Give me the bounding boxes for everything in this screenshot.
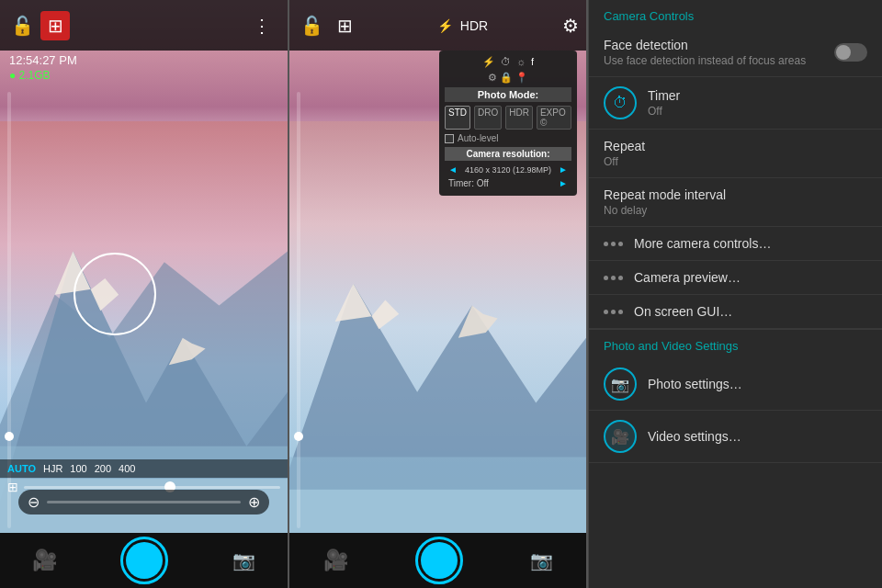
geo-mini-icon[interactable]: 📍 xyxy=(515,72,528,84)
mode-expo[interactable]: EXPO © xyxy=(537,106,571,130)
time-display: 12:54:27 PM xyxy=(9,53,77,67)
face-detection-text: Face detection Use face detection instea… xyxy=(604,38,823,67)
zoom-out-icon[interactable]: ⊖ xyxy=(28,493,40,511)
vertical-slider-thumb xyxy=(5,432,14,441)
zoom-slider[interactable] xyxy=(47,501,241,503)
timer-text: Timer Off xyxy=(648,88,867,118)
video-button-right[interactable]: 🎥 xyxy=(323,548,348,572)
flash-mode-icon[interactable]: ⚡ xyxy=(482,56,495,68)
settings-panel: Camera Controls Face detection Use face … xyxy=(588,0,882,588)
timer-value: Off xyxy=(648,105,867,118)
iso-hjr[interactable]: HJR xyxy=(43,463,62,474)
auto-level-checkbox[interactable] xyxy=(445,134,454,143)
capture-button[interactable] xyxy=(120,537,168,584)
timer-icon: ⏱ xyxy=(604,86,637,119)
dot1 xyxy=(604,242,608,246)
lock-icon-right: 🔓 xyxy=(297,11,326,40)
top-bar-right: 🔓 ⊞ ⚡ HDR ⚙ xyxy=(289,0,586,51)
left-phone-panel: 🔓 ⊞ ⋮ 12:54:27 PM ● 2.1GB AUTO HJR 100 2… xyxy=(0,0,289,588)
exposure-icon-red[interactable]: ⊞ xyxy=(40,11,70,40)
more-camera-label[interactable]: More camera controls… xyxy=(634,236,771,251)
face-detection-toggle[interactable] xyxy=(834,43,867,62)
iso-auto-label[interactable]: AUTO xyxy=(7,463,36,474)
top-icons-right: ⚡ HDR xyxy=(437,18,488,33)
zoom-in-icon[interactable]: ⊕ xyxy=(248,493,260,511)
dot9 xyxy=(618,310,623,314)
repeat-interval-value: No delay xyxy=(604,204,867,217)
photo-settings-item[interactable]: 📷 Photo settings… xyxy=(589,358,882,411)
photo-settings-label[interactable]: Photo settings… xyxy=(648,377,742,391)
resolution-row[interactable]: ◄ 4160 x 3120 (12.98MP) ► xyxy=(445,163,571,176)
mode-switch-button-right[interactable]: 📷 xyxy=(530,549,553,571)
dot3 xyxy=(618,242,623,246)
timer-arrow-icon: ► xyxy=(559,178,568,188)
dot6 xyxy=(618,276,623,280)
exposure-adjust-icon: ⊞ xyxy=(7,480,18,494)
iso-100[interactable]: 100 xyxy=(70,463,86,474)
photo-settings-icon: 📷 xyxy=(604,368,637,401)
lock-icon: 🔓 xyxy=(7,11,37,40)
mode-switch-button[interactable]: 📷 xyxy=(232,549,255,571)
exposure-slider[interactable] xyxy=(24,486,280,489)
video-settings-label[interactable]: Video settings… xyxy=(648,429,741,444)
dot7 xyxy=(604,310,608,314)
dropdown-header: Photo Mode: xyxy=(445,87,571,102)
exposure-icon-right[interactable]: ⊞ xyxy=(330,11,359,40)
more-options-icon[interactable]: ⋮ xyxy=(247,11,277,40)
bottom-bar-right: 🎥 📷 xyxy=(289,533,586,588)
resolution-header: Camera resolution: xyxy=(445,147,571,161)
repeat-text: Repeat Off xyxy=(604,139,867,168)
right-phone-panel: 🔓 ⊞ ⚡ HDR ⚙ ⚡ ⏱ ☼ f ⚙ 🔒 📍 Photo Mode: ST… xyxy=(289,0,588,588)
timer-item[interactable]: ⏱ Timer Off xyxy=(589,77,882,130)
mode-hdr[interactable]: HDR xyxy=(505,106,533,130)
focus-circle[interactable] xyxy=(74,253,156,335)
timer-row[interactable]: Timer: Off ► xyxy=(445,176,571,190)
mode-std[interactable]: STD xyxy=(445,106,470,130)
timer-title: Timer xyxy=(648,88,867,103)
iso-200[interactable]: 200 xyxy=(95,463,111,474)
face-detection-item[interactable]: Face detection Use face detection instea… xyxy=(589,28,882,77)
gear-settings-icon[interactable]: ⚙ xyxy=(562,15,579,37)
dot5 xyxy=(611,276,616,280)
video-settings-item[interactable]: 🎥 Video settings… xyxy=(589,411,882,463)
zoom-bar[interactable]: ⊖ ⊕ xyxy=(18,490,269,514)
arrow-right-icon: ► xyxy=(559,164,568,175)
repeat-item[interactable]: Repeat Off xyxy=(589,130,882,178)
resolution-value: 4160 x 3120 (12.98MP) xyxy=(465,165,551,175)
vertical-slider-right[interactable] xyxy=(297,92,300,528)
camera-preview-label[interactable]: Camera preview… xyxy=(634,270,741,285)
on-screen-gui-item[interactable]: On screen GUI… xyxy=(589,295,882,329)
iso-400[interactable]: 400 xyxy=(119,463,135,474)
lock-mini-icon[interactable]: 🔒 xyxy=(500,72,513,84)
video-settings-icon: 🎥 xyxy=(604,420,637,453)
wb-mode-icon[interactable]: f xyxy=(531,56,534,68)
on-screen-dots xyxy=(604,310,623,314)
timer-mode-icon[interactable]: ⏱ xyxy=(501,56,511,68)
hdr-mode-icon[interactable]: ☼ xyxy=(516,56,526,68)
settings-mini-icon[interactable]: ⚙ xyxy=(488,72,497,84)
arrow-left-icon: ◄ xyxy=(448,164,458,175)
dot4 xyxy=(604,276,608,280)
camera-preview-dots xyxy=(604,276,623,280)
repeat-interval-item[interactable]: Repeat mode interval No delay xyxy=(589,178,882,227)
more-camera-dots xyxy=(604,242,623,246)
face-detection-title: Face detection xyxy=(604,38,823,52)
timer-label: Timer: Off xyxy=(448,178,489,188)
flash-icon[interactable]: ⚡ xyxy=(437,18,453,33)
camera-preview-item[interactable]: Camera preview… xyxy=(589,261,882,295)
video-button[interactable]: 🎥 xyxy=(32,548,57,572)
on-screen-gui-label[interactable]: On screen GUI… xyxy=(634,304,732,319)
capture-button-right[interactable] xyxy=(415,537,463,584)
photo-video-settings-title: Photo and Video Settings xyxy=(589,329,882,358)
auto-level-label: Auto-level xyxy=(458,133,498,143)
capture-button-inner xyxy=(126,542,163,579)
dropdown-modes: STD DRO HDR EXPO © xyxy=(445,106,571,130)
capture-button-inner-right xyxy=(421,542,458,579)
storage-display: ● 2.1GB xyxy=(9,69,51,82)
hdr-icon[interactable]: HDR xyxy=(460,18,488,33)
more-camera-item[interactable]: More camera controls… xyxy=(589,227,882,261)
mode-dro[interactable]: DRO xyxy=(474,106,502,130)
camera-controls-title: Camera Controls xyxy=(589,0,882,28)
repeat-title: Repeat xyxy=(604,139,867,153)
dot2 xyxy=(611,242,616,246)
